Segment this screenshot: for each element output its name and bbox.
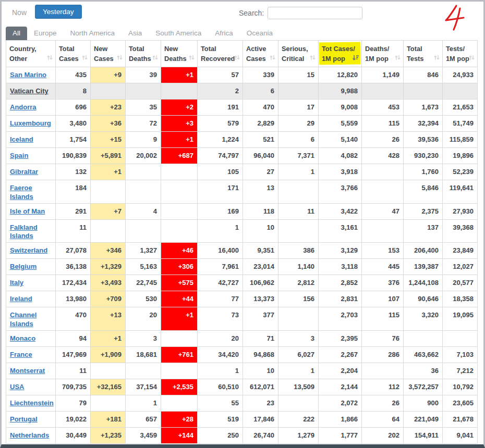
sort-toggle-icon[interactable] [116,54,123,64]
country-link-channel-islands[interactable]: Channel Islands [10,311,37,327]
column-header-label: Active [246,44,275,54]
tab-africa[interactable]: Africa [208,27,240,40]
total-deaths-cell: 72 [126,116,161,132]
total-cases-cell: 172,434 [56,275,91,291]
total-cases-cell: 132 [56,164,91,180]
column-header-tot-cases-1m-pop[interactable]: Tot Cases/1M pop [319,41,362,67]
tab-oceania[interactable]: Oceania [240,27,280,40]
new-deaths-cell [161,219,198,243]
new-deaths-cell: +1 [161,132,198,148]
tests-per-1m-cell [443,330,478,346]
country-link-switzerland[interactable]: Switzerland [10,246,47,254]
column-header-deaths-1m-pop[interactable]: Deaths/1M pop [362,41,404,67]
serious-critical-cell: 17 [278,99,319,116]
total-cases-cell: 11 [56,219,91,243]
column-header-total-deaths[interactable]: TotalDeaths [126,41,161,67]
table-row: Netherlands30,449+1,2353,459+14425026,74… [6,427,478,443]
total-recovered-cell: 73 [198,307,243,331]
tab-north-america[interactable]: North America [64,27,122,40]
active-cases-cell: 521 [243,132,278,148]
cases-per-1m-cell: 2,395 [319,330,362,346]
country-link-faeroe-islands[interactable]: Faeroe Islands [10,184,33,200]
table-body: San Marino435+939+1573391512,8201,149846… [6,67,478,444]
total-deaths-cell [126,219,161,243]
column-header-label: Other [9,54,52,64]
country-link-portugal[interactable]: Portugal [10,415,38,423]
country-link-iceland[interactable]: Iceland [10,135,33,143]
column-header-serious-critical[interactable]: Serious,Critical [278,41,319,67]
total-recovered-cell: 1 [198,363,243,379]
country-link-usa[interactable]: USA [10,383,24,391]
sort-toggle-icon[interactable] [81,54,88,64]
column-header-total-tests[interactable]: TotalTests [404,41,443,67]
total-recovered-cell: 77 [198,291,243,307]
now-toggle[interactable]: Now [12,8,27,17]
sort-toggle-icon[interactable] [152,54,159,64]
country-link-spain[interactable]: Spain [10,152,28,159]
tests-per-1m-cell: 19,896 [443,148,478,164]
tests-per-1m-cell: 23,849 [443,243,478,259]
tests-per-1m-cell: 21,653 [443,99,478,116]
search-input[interactable] [268,7,362,19]
tab-south-america[interactable]: South America [149,27,208,40]
sort-toggle-icon[interactable] [46,54,53,64]
country-cell: Montserrat [6,363,56,379]
new-cases-cell: +15 [91,132,126,148]
column-header-country-other[interactable]: Country,Other [6,41,56,67]
total-cases-cell: 709,735 [56,379,91,395]
country-link-gibraltar[interactable]: Gibraltar [10,168,38,176]
total-tests-cell: 206,400 [404,243,443,259]
search-label: Search: [239,9,264,17]
total-deaths-cell: 657 [126,411,161,427]
country-link-france[interactable]: France [10,351,32,358]
deaths-per-1m-cell [362,219,404,243]
column-header-tests-1m-pop[interactable]: Tests/1M pop [443,41,478,67]
column-header-total-recovered[interactable]: TotalRecovered [198,41,243,67]
total-recovered-cell: 34,420 [198,346,243,363]
country-link-monaco[interactable]: Monaco [10,334,35,342]
column-header-total-cases[interactable]: TotalCases [56,41,91,67]
tests-per-1m-cell: 23,605 [443,395,478,411]
total-deaths-cell [126,83,161,99]
country-link-montserrat[interactable]: Montserrat [10,367,45,375]
active-cases-cell: 94,868 [243,346,278,363]
country-link-belgium[interactable]: Belgium [10,263,37,270]
country-link-luxembourg[interactable]: Luxembourg [10,119,51,127]
column-header-active-cases[interactable]: ActiveCases [243,41,278,67]
sort-toggle-icon[interactable] [309,54,316,64]
country-cell: Vatican City [6,83,56,99]
table-row: Belgium36,138+1,3295,163+3067,96123,0141… [6,259,478,275]
column-header-label: Total [407,44,439,54]
country-link-falkland-islands[interactable]: Falkland Islands [10,223,38,240]
country-link-netherlands[interactable]: Netherlands [10,431,49,439]
column-header-new-deaths[interactable]: NewDeaths [161,41,198,67]
sort-toggle-icon[interactable] [394,54,401,64]
country-link-san-marino[interactable]: San Marino [10,71,46,79]
table-row: Ireland13,980+709530+447713,3731562,8311… [6,291,478,307]
total-tests-cell: 3,572,257 [404,379,443,395]
serious-critical-cell [278,83,319,99]
tab-europe[interactable]: Europe [27,27,64,40]
tests-per-1m-cell: 115,859 [443,132,478,148]
column-header-new-cases[interactable]: NewCases [91,41,126,67]
yesterday-toggle[interactable]: Yesterday [35,5,82,19]
total-deaths-cell [126,180,161,204]
sort-toggle-icon[interactable] [234,54,240,64]
country-link-isle-of-man[interactable]: Isle of Man [10,207,45,215]
sort-desc-active-icon[interactable] [352,54,359,64]
sort-toggle-icon[interactable] [188,54,195,64]
sort-toggle-icon[interactable] [269,54,276,64]
country-link-italy[interactable]: Italy [10,279,23,287]
sort-toggle-icon[interactable] [468,54,475,64]
tab-asia[interactable]: Asia [122,27,149,40]
column-header-label: Total [201,44,239,54]
cases-per-1m-cell: 9,988 [319,83,362,99]
country-link-andorra[interactable]: Andorra [10,103,37,111]
sort-toggle-icon[interactable] [433,54,440,64]
country-link-ireland[interactable]: Ireland [10,295,32,303]
table-row: Gibraltar132+11052713,9181,76052,239 [6,164,478,180]
serious-critical-cell: 1,140 [278,259,319,275]
total-cases-cell: 36,138 [56,259,91,275]
tab-all[interactable]: All [6,27,27,40]
country-link-liechtenstein[interactable]: Liechtenstein [10,399,54,407]
